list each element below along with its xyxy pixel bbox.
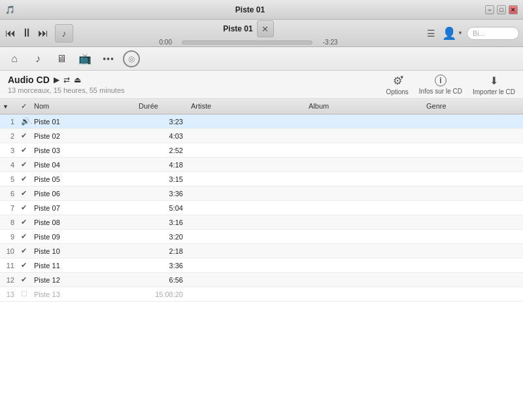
track-check[interactable]: ✔ — [18, 232, 31, 241]
track-check[interactable]: ☐ — [18, 289, 31, 299]
track-duration: 5:04 — [136, 203, 188, 213]
cd-header-left: Audio CD ▶ ⇄ ⏏ 13 morceaux, 15 heures, 5… — [8, 75, 125, 94]
track-artist — [188, 294, 306, 295]
pause-button[interactable]: ⏸ — [20, 25, 34, 41]
table-row[interactable]: 3 ✔ Piste 03 2:52 — [0, 143, 523, 158]
info-icon: i — [435, 75, 447, 86]
track-album — [306, 164, 424, 166]
cd-header-right: ⚙ ▼ Options i Infos sur le CD ⬇ Importer… — [386, 75, 515, 96]
track-duration: 4:03 — [136, 131, 188, 141]
track-check[interactable]: 🔊 — [18, 116, 31, 126]
track-artist — [188, 193, 306, 194]
account-button[interactable]: 👤 ▼ — [442, 26, 463, 41]
table-row[interactable]: 10 ✔ Piste 10 2:18 — [0, 244, 523, 258]
check-icon: ✔ — [21, 131, 27, 139]
track-album — [306, 135, 424, 137]
track-check[interactable]: ✔ — [18, 160, 31, 169]
table-row[interactable]: 5 ✔ Piste 05 3:15 — [0, 172, 523, 186]
track-name: Piste 07 — [31, 203, 136, 213]
track-num: 12 — [0, 275, 18, 285]
table-row[interactable]: 7 ✔ Piste 07 5:04 — [0, 201, 523, 215]
track-genre — [424, 236, 502, 237]
track-check[interactable]: ✔ — [18, 188, 31, 198]
radio-icon: ◎ — [128, 54, 135, 63]
shuffle-button[interactable]: ✕ — [257, 20, 274, 37]
cd-eject-button[interactable]: ⏏ — [74, 75, 81, 84]
track-check[interactable]: ✔ — [18, 260, 31, 270]
check-icon: ✔ — [21, 146, 27, 154]
sort-arrow: ▼ — [3, 103, 8, 110]
account-icon: 👤 — [442, 26, 456, 41]
table-row[interactable]: 12 ✔ Piste 12 6:56 — [0, 273, 523, 287]
track-album — [306, 294, 424, 295]
radio-circle-button[interactable]: ◎ — [123, 50, 140, 67]
table-row[interactable]: 13 ☐ Piste 13 15:08:20 — [0, 287, 523, 302]
maximize-button[interactable]: □ — [497, 5, 506, 14]
track-num: 4 — [0, 160, 18, 169]
table-row[interactable]: 2 ✔ Piste 02 4:03 — [0, 129, 523, 143]
table-row[interactable]: 11 ✔ Piste 11 3:36 — [0, 258, 523, 273]
table-row[interactable]: 8 ✔ Piste 08 3:16 — [0, 215, 523, 230]
music-button[interactable]: ♪ — [29, 50, 47, 68]
track-album — [306, 193, 424, 194]
account-dropdown-arrow: ▼ — [458, 30, 463, 36]
table-row[interactable]: 9 ✔ Piste 09 3:20 — [0, 230, 523, 244]
track-check[interactable]: ✔ — [18, 145, 31, 155]
th-check: ✓ — [18, 101, 31, 112]
import-button[interactable]: ⬇ Importer le CD — [473, 75, 515, 96]
album-art: ♪ — [55, 24, 73, 43]
tv-button[interactable]: 📺 — [76, 50, 94, 68]
check-icon: ✔ — [21, 232, 27, 240]
search-box[interactable]: Bi... — [467, 27, 519, 40]
track-table[interactable]: ▼ ✓ Nom Durée Artiste Album Genre 1 🔊 Pi… — [0, 99, 523, 420]
track-genre — [424, 164, 502, 166]
next-button[interactable]: ⏭ — [37, 26, 50, 41]
table-row[interactable]: 1 🔊 Piste 01 3:23 — [0, 114, 523, 129]
table-header: ▼ ✓ Nom Durée Artiste Album Genre — [0, 99, 523, 114]
close-button[interactable]: ✕ — [509, 5, 518, 14]
track-check[interactable]: ✔ — [18, 174, 31, 184]
track-check[interactable]: ✔ — [18, 131, 31, 141]
track-num: 7 — [0, 203, 18, 213]
track-genre — [424, 265, 502, 266]
progress-bar[interactable] — [182, 41, 312, 44]
track-album — [306, 179, 424, 180]
track-check[interactable]: ✔ — [18, 217, 31, 227]
track-genre — [424, 207, 502, 209]
th-num[interactable]: ▼ — [0, 101, 18, 112]
check-icon: ✔ — [21, 261, 27, 269]
track-check[interactable]: ✔ — [18, 246, 31, 256]
cd-play-button[interactable]: ▶ — [54, 75, 59, 84]
more-button[interactable]: ••• — [99, 50, 118, 68]
track-name: Piste 01 — [31, 117, 136, 126]
cd-header: Audio CD ▶ ⇄ ⏏ 13 morceaux, 15 heures, 5… — [0, 71, 523, 99]
check-icon: ✔ — [21, 189, 27, 197]
minimize-button[interactable]: − — [485, 5, 494, 14]
track-num: 3 — [0, 146, 18, 155]
cd-info-button[interactable]: i Infos sur le CD — [419, 75, 462, 95]
track-num: 2 — [0, 131, 18, 141]
prev-button[interactable]: ⏮ — [4, 26, 17, 41]
track-genre — [424, 150, 502, 151]
track-album — [306, 236, 424, 237]
track-album — [306, 121, 424, 122]
time-remaining: -3:23 — [315, 39, 338, 46]
playing-icon: 🔊 — [21, 117, 31, 125]
movies-button[interactable]: 🖥 — [52, 50, 71, 68]
check-icon: ✔ — [21, 247, 27, 254]
track-duration: 3:36 — [136, 189, 188, 198]
track-duration: 3:15 — [136, 175, 188, 184]
cd-shuffle-button[interactable]: ⇄ — [63, 75, 70, 84]
list-view-button[interactable]: ☰ — [424, 26, 438, 41]
track-duration: 3:16 — [136, 218, 188, 227]
track-check[interactable]: ✔ — [18, 275, 31, 285]
options-button[interactable]: ⚙ ▼ Options — [386, 75, 408, 96]
track-check[interactable]: ✔ — [18, 203, 31, 213]
track-name: Piste 13 — [31, 290, 136, 299]
track-genre — [424, 179, 502, 180]
table-row[interactable]: 6 ✔ Piste 06 3:36 — [0, 186, 523, 201]
title-bar: 🎵 Piste 01 − □ ✕ — [0, 0, 523, 20]
table-row[interactable]: 4 ✔ Piste 04 4:18 — [0, 158, 523, 172]
home-button[interactable]: ⌂ — [5, 50, 24, 68]
toolbar: ⌂ ♪ 🖥 📺 ••• ◎ — [0, 47, 523, 71]
